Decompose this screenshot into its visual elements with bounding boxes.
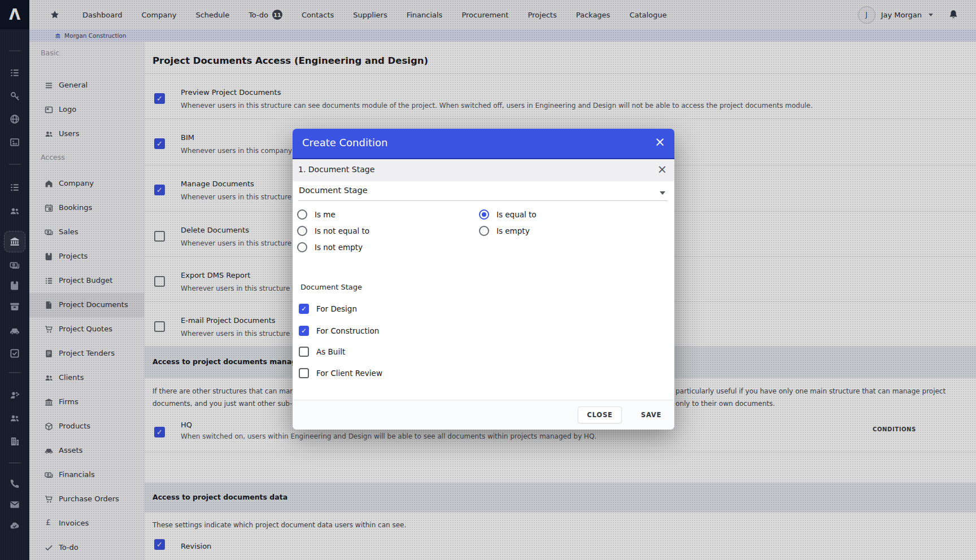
radio-icon <box>297 226 307 236</box>
checkbox-for-construction[interactable]: For Construction <box>299 325 379 337</box>
radio-icon <box>479 209 489 220</box>
radio-label: Is not empty <box>315 243 363 252</box>
radio-is-equal-to[interactable]: Is equal to <box>479 208 537 221</box>
checkbox-for-client-review[interactable]: For Client Review <box>299 367 382 379</box>
checkbox-icon <box>299 347 309 357</box>
checkbox-icon <box>299 326 309 336</box>
chevron-down-icon[interactable] <box>660 191 665 195</box>
condition-header: 1. Document Stage <box>298 165 374 174</box>
checkbox-icon <box>299 368 309 378</box>
condition-type-select[interactable]: Document Stage <box>299 186 368 195</box>
close-icon[interactable]: × <box>655 134 665 150</box>
checkbox-label: For Client Review <box>316 369 382 378</box>
checkbox-as-built[interactable]: As Built <box>299 345 345 358</box>
checkbox-group-label: Document Stage <box>300 283 362 291</box>
modal-header: Create Condition × <box>293 129 674 159</box>
checkbox-icon <box>299 304 309 314</box>
radio-is-empty[interactable]: Is empty <box>479 225 530 237</box>
condition-header-bar: 1. Document Stage × <box>293 159 674 181</box>
radio-label: Is equal to <box>496 210 537 219</box>
save-button[interactable]: SAVE <box>629 406 673 423</box>
checkbox-label: For Construction <box>316 326 379 335</box>
create-condition-modal: Create Condition × 1. Document Stage × D… <box>293 129 674 429</box>
modal-title: Create Condition <box>302 137 387 148</box>
checkbox-label: As Built <box>316 347 345 356</box>
radio-is-not-empty[interactable]: Is not empty <box>297 241 363 253</box>
modal-footer: CLOSE SAVE <box>293 400 674 430</box>
checkbox-label: For Design <box>316 304 357 313</box>
radio-label: Is empty <box>496 226 530 235</box>
radio-icon <box>479 226 489 236</box>
radio-is-me[interactable]: Is me <box>297 208 336 221</box>
app-screen: Λ Dashboard Company Schedule To-do 11 Co… <box>0 0 976 560</box>
checkbox-for-design[interactable]: For Design <box>299 303 357 315</box>
radio-is-not-equal-to[interactable]: Is not equal to <box>297 225 369 237</box>
radio-icon <box>297 242 307 252</box>
radio-icon <box>297 209 307 220</box>
remove-condition-icon[interactable]: × <box>657 163 667 177</box>
select-underline <box>298 200 668 201</box>
close-button[interactable]: CLOSE <box>578 406 622 423</box>
radio-label: Is me <box>315 210 336 219</box>
radio-label: Is not equal to <box>315 226 369 235</box>
